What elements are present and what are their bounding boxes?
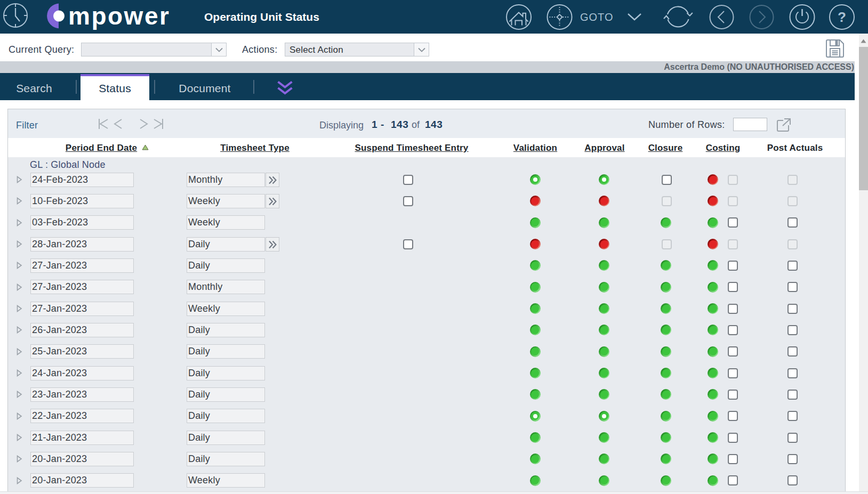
svg-text:?: ? [838, 9, 846, 25]
